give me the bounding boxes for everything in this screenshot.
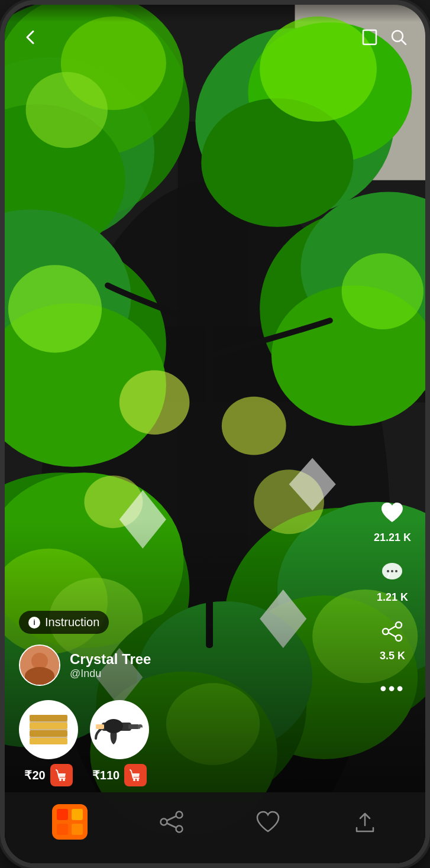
svg-rect-80 [57, 824, 68, 835]
creator-handle: @Indu [70, 668, 151, 680]
svg-point-68 [63, 779, 65, 781]
product-circle-1 [19, 700, 78, 759]
creator-info: Crystal Tree @Indu [70, 651, 151, 680]
top-bar [5, 5, 425, 58]
creator-name: Crystal Tree [70, 651, 151, 668]
svg-point-82 [176, 812, 182, 818]
svg-point-75 [133, 779, 135, 781]
product-item-2: ₹110 [90, 700, 149, 786]
svg-point-50 [387, 570, 389, 572]
svg-point-59 [34, 655, 46, 666]
nav-heart-icon [255, 809, 281, 835]
add-to-cart-1[interactable] [50, 764, 73, 786]
comment-icon [380, 561, 404, 588]
search-button[interactable] [390, 28, 408, 46]
bottom-overlay: i Instruction [5, 611, 425, 786]
instruction-label: Instruction [45, 616, 99, 629]
comment-action[interactable]: 1.21 K [377, 561, 408, 604]
product-price-row-2: ₹110 [92, 764, 147, 786]
bottom-nav [5, 792, 425, 863]
svg-point-58 [27, 670, 51, 686]
svg-rect-62 [30, 730, 67, 737]
avatar[interactable] [19, 644, 60, 686]
nav-upload-icon [352, 809, 378, 835]
svg-rect-61 [30, 723, 67, 729]
svg-point-84 [176, 826, 182, 833]
svg-rect-63 [30, 738, 67, 744]
svg-rect-47 [363, 30, 376, 44]
products-row: ₹20 [19, 700, 411, 786]
svg-point-67 [59, 779, 62, 781]
app-logo-icon [52, 804, 88, 840]
svg-rect-78 [57, 809, 68, 820]
product-circle-2 [90, 700, 149, 759]
top-bar-right [361, 28, 408, 46]
phone-frame: 21.21 K 1.21 K [0, 0, 430, 868]
nav-item-heart[interactable] [255, 809, 281, 835]
svg-rect-79 [72, 809, 83, 820]
product-item-1: ₹20 [19, 700, 78, 786]
svg-rect-74 [96, 724, 104, 729]
svg-rect-81 [72, 824, 83, 835]
product-price-1: ₹20 [24, 768, 45, 782]
nav-item-home[interactable] [52, 804, 88, 840]
back-button[interactable] [22, 29, 39, 46]
svg-point-76 [137, 779, 139, 781]
info-icon: i [28, 617, 40, 629]
svg-point-83 [160, 819, 167, 825]
add-to-cart-2[interactable] [124, 764, 147, 786]
svg-point-51 [391, 570, 393, 572]
product-price-row-1: ₹20 [24, 764, 72, 786]
comment-count: 1.21 K [377, 591, 408, 604]
product-price-2: ₹110 [92, 768, 119, 782]
svg-point-52 [395, 570, 397, 572]
nav-share-icon [159, 809, 185, 835]
creator-row: Crystal Tree @Indu [19, 644, 411, 686]
svg-point-72 [140, 727, 143, 733]
bookmark-button[interactable] [361, 28, 378, 46]
svg-rect-60 [30, 715, 67, 721]
nav-item-share[interactable] [159, 809, 185, 835]
svg-point-73 [104, 719, 123, 733]
heart-icon [379, 501, 405, 528]
svg-point-57 [33, 653, 47, 667]
instruction-badge[interactable]: i Instruction [19, 611, 109, 634]
like-action[interactable]: 21.21 K [374, 501, 411, 544]
nav-item-upload[interactable] [352, 809, 378, 835]
svg-rect-70 [128, 724, 139, 729]
svg-point-56 [20, 646, 59, 685]
screen: 21.21 K 1.21 K [5, 5, 425, 863]
avatar-image [20, 646, 59, 685]
like-count: 21.21 K [374, 532, 411, 544]
